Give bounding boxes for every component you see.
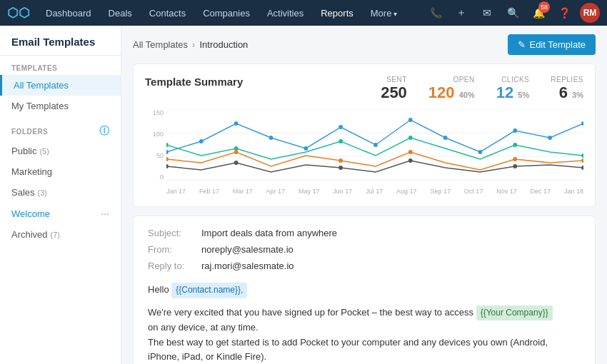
breadcrumb-row: All Templates › Introduction ✎ Edit Temp…: [133, 34, 596, 55]
svg-point-29: [166, 164, 169, 168]
email-greeting: Hello {{Contact.name}},: [148, 283, 581, 298]
app-logo[interactable]: ⬡⬡: [7, 5, 30, 21]
svg-point-17: [166, 143, 169, 147]
chart-xaxis: Jan 17 Feb 17 Mar 17 Apr 17 May 17 Jun 1…: [166, 188, 583, 195]
sidebar-item-welcome[interactable]: Welcome ···: [0, 203, 121, 224]
breadcrumb-separator: ›: [192, 39, 195, 50]
chart-svg: [166, 109, 583, 181]
page-layout: Email Templates TEMPLATES All Templates …: [0, 26, 607, 364]
stat-replies: REPLIES 6 3%: [551, 76, 583, 102]
top-navigation: ⬡⬡ Dashboard Deals Contacts Companies Ac…: [0, 0, 607, 26]
email-icon[interactable]: ✉: [477, 3, 497, 23]
topnav-right-actions: 📞 ＋ ✉ 🔍 🔔 58 ❓ RM: [426, 3, 600, 23]
templates-section-label: TEMPLATES: [0, 56, 121, 75]
sidebar-item-sales[interactable]: Sales (3): [0, 182, 121, 203]
company-tag: {{Your Company}}: [476, 305, 553, 320]
svg-point-12: [443, 136, 448, 140]
chart-container: 150 100 50 0: [145, 109, 583, 195]
email-subject-row: Subject: Import deals data from anywhere: [148, 228, 581, 238]
svg-point-34: [581, 166, 583, 170]
sidebar-item-public[interactable]: Public (5): [0, 141, 121, 161]
svg-point-13: [478, 150, 483, 154]
search-icon[interactable]: 🔍: [503, 3, 523, 23]
replies-value: 6 3%: [551, 84, 583, 102]
svg-point-32: [408, 158, 413, 163]
nav-activities[interactable]: Activities: [260, 5, 311, 21]
svg-point-19: [338, 139, 343, 143]
from-value: noreply@salesmate.io: [201, 244, 294, 255]
svg-point-30: [234, 161, 239, 165]
user-avatar[interactable]: RM: [580, 3, 600, 23]
folders-section-label: FOLDERS ⓘ: [0, 116, 121, 141]
replyto-value: raj.mori@salesmate.io: [201, 261, 294, 271]
email-from-row: From: noreply@salesmate.io: [148, 244, 581, 255]
subject-label: Subject:: [148, 228, 194, 238]
help-icon[interactable]: ❓: [554, 3, 574, 23]
stat-clicks: CLICKS 12 5%: [496, 76, 530, 102]
nav-companies[interactable]: Companies: [196, 5, 257, 21]
breadcrumb-root[interactable]: All Templates: [133, 39, 188, 50]
nav-more[interactable]: More: [363, 5, 404, 21]
notifications[interactable]: 🔔 58: [528, 3, 548, 23]
svg-point-9: [338, 125, 343, 129]
svg-point-15: [548, 136, 552, 140]
svg-point-31: [338, 166, 343, 170]
svg-point-4: [166, 150, 169, 154]
svg-point-28: [581, 158, 583, 163]
stats-row: SENT 250 OPEN 120 40% CLICKS 12: [381, 76, 583, 102]
svg-point-25: [338, 158, 343, 163]
svg-point-20: [408, 136, 413, 140]
clicks-value: 12 5%: [496, 84, 530, 102]
sidebar-item-my-templates[interactable]: My Templates: [0, 96, 121, 116]
svg-point-22: [581, 153, 583, 158]
chart-yaxis: 150 100 50 0: [145, 109, 166, 181]
sidebar-item-archived[interactable]: Archived (7): [0, 224, 121, 245]
email-detail: Subject: Import deals data from anywhere…: [133, 216, 596, 364]
svg-point-33: [513, 164, 517, 168]
email-body: Hello {{Contact.name}}, We're very excit…: [148, 283, 581, 364]
sidebar-item-all-templates[interactable]: All Templates: [0, 75, 121, 96]
email-replyto-row: Reply to: raj.mori@salesmate.io: [148, 261, 581, 271]
subject-value: Import deals data from anywhere: [201, 228, 337, 238]
replyto-label: Reply to:: [148, 261, 194, 271]
main-content: All Templates › Introduction ✎ Edit Temp…: [121, 26, 607, 364]
open-value: 120 40%: [428, 84, 475, 102]
svg-point-23: [166, 157, 169, 161]
chart-svg-area: [166, 109, 583, 181]
add-folder-icon[interactable]: ⓘ: [99, 125, 110, 138]
breadcrumb: All Templates › Introduction: [133, 39, 248, 50]
phone-icon[interactable]: 📞: [426, 3, 446, 23]
sidebar-header: Email Templates: [0, 26, 121, 56]
summary-top: Template Summary SENT 250 OPEN 120 40%: [145, 76, 583, 102]
breadcrumb-current: Introduction: [199, 39, 248, 50]
svg-point-16: [581, 121, 583, 126]
nav-dashboard[interactable]: Dashboard: [39, 5, 99, 21]
stat-open: OPEN 120 40%: [428, 76, 475, 102]
add-icon[interactable]: ＋: [451, 3, 471, 23]
svg-point-8: [304, 146, 308, 151]
svg-point-10: [373, 143, 378, 147]
nav-deals[interactable]: Deals: [101, 5, 139, 21]
svg-point-11: [408, 118, 413, 122]
summary-card: Template Summary SENT 250 OPEN 120 40%: [133, 64, 596, 207]
svg-point-5: [199, 139, 204, 143]
nav-contacts[interactable]: Contacts: [142, 5, 193, 21]
welcome-options-icon[interactable]: ···: [101, 208, 109, 219]
contact-name-tag: {{Contact.name}},: [171, 283, 247, 298]
svg-point-14: [513, 128, 517, 133]
email-body-line2: on any device, at any time.: [148, 320, 581, 335]
nav-reports[interactable]: Reports: [313, 5, 361, 21]
sidebar: Email Templates TEMPLATES All Templates …: [0, 26, 121, 364]
email-body-line3: The best way to get started is to add Po…: [148, 335, 581, 364]
svg-point-6: [234, 121, 239, 126]
svg-point-24: [234, 150, 239, 154]
svg-point-26: [408, 150, 413, 154]
email-body-line1: We're very excited that you have signed …: [148, 305, 581, 320]
svg-point-7: [269, 136, 274, 140]
edit-icon: ✎: [518, 39, 526, 50]
svg-point-21: [513, 143, 517, 147]
stat-sent: SENT 250: [381, 76, 407, 102]
edit-template-button[interactable]: ✎ Edit Template: [508, 34, 596, 55]
sidebar-item-marketing[interactable]: Marketing: [0, 161, 121, 182]
notification-badge: 58: [538, 1, 550, 13]
